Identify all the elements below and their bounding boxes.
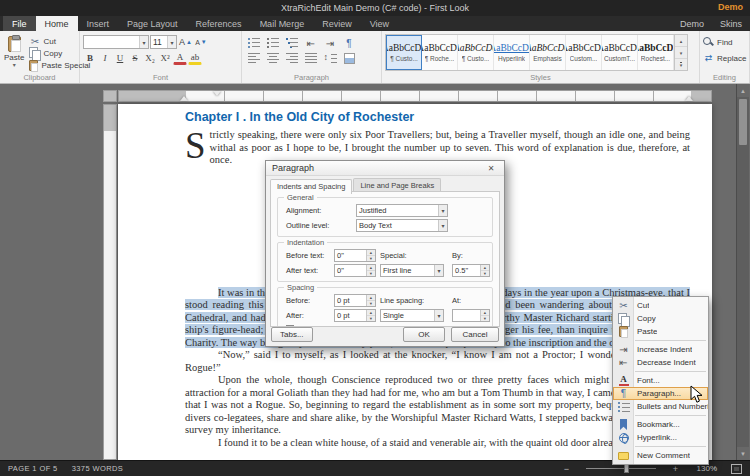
first-line-indent-marker[interactable] [213, 91, 221, 96]
menu-item-decrease-indent[interactable]: Decrease Indent [613, 356, 708, 369]
strikethrough-button[interactable]: S [128, 51, 142, 65]
menu-item-hyperlink[interactable]: Hyperlink... [613, 431, 708, 444]
at-spinner[interactable] [452, 309, 490, 322]
tab-indents-and-spacing[interactable]: Indents and Spacing [270, 179, 352, 194]
ok-button[interactable]: OK [403, 327, 445, 342]
spin-down-icon[interactable] [367, 256, 375, 261]
bullets-button[interactable] [245, 35, 263, 49]
menu-item-paste[interactable]: Paste [613, 325, 708, 338]
underline-button[interactable]: U [113, 51, 127, 65]
tabs-button[interactable]: Tabs... [271, 327, 313, 342]
by-spinner[interactable]: 0.5" [452, 264, 490, 277]
scroll-up-button[interactable] [737, 84, 749, 97]
decrease-indent-button[interactable] [302, 35, 320, 49]
menu-item-new-comment[interactable]: New Comment [613, 449, 708, 462]
numbering-button[interactable] [264, 35, 282, 49]
spin-down-icon[interactable] [367, 316, 375, 321]
show-marks-button[interactable] [340, 35, 358, 49]
tab-page-layout[interactable]: Page Layout [118, 16, 187, 31]
increase-indent-button[interactable] [321, 35, 339, 49]
font-name-dropdown-arrow[interactable] [139, 36, 148, 48]
tab-references[interactable]: References [187, 16, 251, 31]
tab-view[interactable]: View [361, 16, 398, 31]
spin-down-icon[interactable] [367, 301, 375, 306]
spin-down-icon[interactable] [367, 271, 375, 276]
gallery-up-button[interactable] [675, 35, 687, 47]
font-size-dropdown-arrow[interactable] [167, 36, 176, 48]
line-spacing-dropdown[interactable]: Single [380, 309, 444, 322]
line-spacing-button[interactable] [321, 51, 339, 65]
after-text-spinner[interactable]: 0" [334, 264, 376, 277]
tab-home[interactable]: Home [36, 16, 78, 31]
dialog-close-button[interactable] [484, 162, 498, 174]
skins-button[interactable]: Skins [712, 16, 750, 31]
tab-mail-merge[interactable]: Mail Merge [251, 16, 314, 31]
menu-item-copy[interactable]: Copy [613, 312, 708, 325]
spin-down-icon[interactable] [481, 271, 489, 276]
alignment-dropdown[interactable]: Justified [356, 204, 448, 217]
alignment-dropdown-arrow[interactable] [438, 205, 447, 216]
before-text-spinner[interactable]: 0" [334, 249, 376, 262]
page-indicator[interactable]: PAGE 1 OF 5 [8, 464, 58, 473]
spacing-after-spinner[interactable]: 0 pt [334, 309, 376, 322]
special-dropdown-arrow[interactable] [434, 265, 443, 276]
scroll-down-button[interactable] [737, 447, 749, 460]
vertical-ruler[interactable] [103, 104, 117, 460]
replace-button[interactable]: Replace [703, 51, 747, 65]
style-item[interactable]: AaBbCcDd¶ Roche... [422, 35, 458, 70]
right-indent-marker[interactable] [685, 96, 693, 101]
shading-button[interactable] [340, 51, 358, 65]
find-button[interactable]: Find [703, 35, 747, 49]
gallery-down-button[interactable] [675, 47, 687, 59]
vertical-scrollbar[interactable] [736, 84, 749, 460]
zoom-out-button[interactable]: − [561, 463, 572, 474]
spin-down-icon[interactable] [481, 316, 489, 321]
fit-width-icon[interactable] [731, 464, 742, 474]
style-item[interactable]: AaBbCcDdCustomT... [602, 35, 638, 70]
style-item[interactable]: AaBbCcDd¶ Custo... [386, 35, 422, 70]
demo-button[interactable]: Demo [672, 16, 712, 31]
spacing-before-spinner[interactable]: 0 pt [334, 294, 376, 307]
style-item[interactable]: AaBbCcDd¶ Custo... [458, 35, 494, 70]
align-left-button[interactable] [245, 51, 263, 65]
menu-item-bookmark[interactable]: Bookmark... [613, 418, 708, 431]
window-titlebar[interactable]: XtraRichEdit Main Demo (C# code) - First… [0, 0, 750, 16]
font-size-combo[interactable]: 11 [150, 35, 177, 49]
tab-insert[interactable]: Insert [78, 16, 119, 31]
spacing-before-spin-buttons[interactable] [366, 295, 375, 306]
outline-level-dropdown[interactable]: Body Text [356, 219, 448, 232]
word-count[interactable]: 3375 WORDS [72, 464, 124, 473]
zoom-slider-thumb[interactable] [624, 464, 629, 473]
style-item[interactable]: AaBbCcDdEmphasis [530, 35, 566, 70]
grow-font-button[interactable]: A▲ [178, 35, 193, 49]
bold-button[interactable]: B [83, 51, 97, 65]
dialog-titlebar[interactable]: Paragraph [266, 161, 504, 176]
align-center-button[interactable] [264, 51, 282, 65]
justify-button[interactable] [302, 51, 320, 65]
font-color-button[interactable]: A [173, 52, 187, 65]
spacing-after-spin-buttons[interactable] [366, 310, 375, 321]
highlight-color-button[interactable]: ab [188, 52, 202, 65]
font-name-combo[interactable] [83, 35, 149, 49]
left-indent-marker[interactable] [180, 96, 188, 101]
menu-item-cut[interactable]: Cut [613, 299, 708, 312]
align-right-button[interactable] [283, 51, 301, 65]
style-item[interactable]: AaBbCcDdCustom... [566, 35, 602, 70]
multilevel-list-button[interactable] [283, 35, 301, 49]
menu-item-increase-indent[interactable]: Increase Indent [613, 343, 708, 356]
style-item[interactable]: AaBbCcDdRochest... [638, 35, 674, 70]
scrollbar-thumb[interactable] [739, 99, 747, 145]
before-text-spin-buttons[interactable] [366, 250, 375, 261]
tab-file[interactable]: File [3, 16, 36, 31]
special-dropdown[interactable]: First line [380, 264, 444, 277]
paste-button[interactable]: Paste ▾ [3, 33, 25, 72]
by-spin-buttons[interactable] [480, 265, 489, 276]
horizontal-ruler[interactable] [118, 90, 712, 102]
zoom-percentage[interactable]: 130% [695, 464, 717, 473]
outline-level-dropdown-arrow[interactable] [438, 220, 447, 231]
style-item[interactable]: AaBbCcDdHyperlink [494, 35, 530, 70]
tab-review[interactable]: Review [313, 16, 361, 31]
line-spacing-dropdown-arrow[interactable] [434, 310, 443, 321]
subscript-button[interactable]: X₂ [143, 51, 157, 65]
italic-button[interactable]: I [98, 51, 112, 65]
